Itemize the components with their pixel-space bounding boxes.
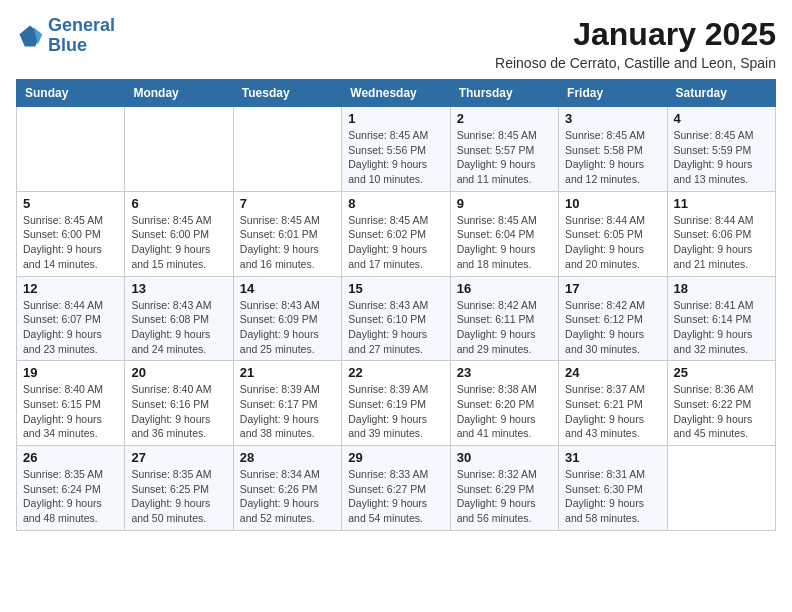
weekday-header-wednesday: Wednesday (342, 80, 450, 107)
day-number: 11 (674, 196, 769, 211)
weekday-header-row: SundayMondayTuesdayWednesdayThursdayFrid… (17, 80, 776, 107)
day-info: Sunrise: 8:38 AM Sunset: 6:20 PM Dayligh… (457, 382, 552, 441)
day-info: Sunrise: 8:37 AM Sunset: 6:21 PM Dayligh… (565, 382, 660, 441)
calendar-cell: 9Sunrise: 8:45 AM Sunset: 6:04 PM Daylig… (450, 191, 558, 276)
calendar-subtitle: Reinoso de Cerrato, Castille and Leon, S… (495, 55, 776, 71)
day-number: 29 (348, 450, 443, 465)
day-info: Sunrise: 8:34 AM Sunset: 6:26 PM Dayligh… (240, 467, 335, 526)
day-number: 6 (131, 196, 226, 211)
day-info: Sunrise: 8:44 AM Sunset: 6:05 PM Dayligh… (565, 213, 660, 272)
weekday-header-monday: Monday (125, 80, 233, 107)
day-info: Sunrise: 8:45 AM Sunset: 5:58 PM Dayligh… (565, 128, 660, 187)
day-number: 4 (674, 111, 769, 126)
day-number: 7 (240, 196, 335, 211)
calendar-cell: 31Sunrise: 8:31 AM Sunset: 6:30 PM Dayli… (559, 446, 667, 531)
day-number: 18 (674, 281, 769, 296)
calendar-cell: 4Sunrise: 8:45 AM Sunset: 5:59 PM Daylig… (667, 107, 775, 192)
calendar-cell: 26Sunrise: 8:35 AM Sunset: 6:24 PM Dayli… (17, 446, 125, 531)
calendar-cell: 25Sunrise: 8:36 AM Sunset: 6:22 PM Dayli… (667, 361, 775, 446)
calendar-cell: 20Sunrise: 8:40 AM Sunset: 6:16 PM Dayli… (125, 361, 233, 446)
calendar-title: January 2025 (495, 16, 776, 53)
logo-icon (16, 22, 44, 50)
weekday-header-thursday: Thursday (450, 80, 558, 107)
calendar-cell: 3Sunrise: 8:45 AM Sunset: 5:58 PM Daylig… (559, 107, 667, 192)
calendar-cell: 2Sunrise: 8:45 AM Sunset: 5:57 PM Daylig… (450, 107, 558, 192)
calendar-cell: 19Sunrise: 8:40 AM Sunset: 6:15 PM Dayli… (17, 361, 125, 446)
day-info: Sunrise: 8:45 AM Sunset: 6:02 PM Dayligh… (348, 213, 443, 272)
day-number: 5 (23, 196, 118, 211)
day-number: 21 (240, 365, 335, 380)
calendar-cell (233, 107, 341, 192)
day-number: 3 (565, 111, 660, 126)
day-info: Sunrise: 8:45 AM Sunset: 6:00 PM Dayligh… (131, 213, 226, 272)
calendar-cell: 13Sunrise: 8:43 AM Sunset: 6:08 PM Dayli… (125, 276, 233, 361)
calendar-week-2: 5Sunrise: 8:45 AM Sunset: 6:00 PM Daylig… (17, 191, 776, 276)
day-number: 12 (23, 281, 118, 296)
calendar-cell: 7Sunrise: 8:45 AM Sunset: 6:01 PM Daylig… (233, 191, 341, 276)
calendar-week-4: 19Sunrise: 8:40 AM Sunset: 6:15 PM Dayli… (17, 361, 776, 446)
day-info: Sunrise: 8:31 AM Sunset: 6:30 PM Dayligh… (565, 467, 660, 526)
calendar-cell: 29Sunrise: 8:33 AM Sunset: 6:27 PM Dayli… (342, 446, 450, 531)
calendar-cell (125, 107, 233, 192)
calendar-week-5: 26Sunrise: 8:35 AM Sunset: 6:24 PM Dayli… (17, 446, 776, 531)
calendar-cell: 21Sunrise: 8:39 AM Sunset: 6:17 PM Dayli… (233, 361, 341, 446)
day-number: 22 (348, 365, 443, 380)
page-header: General Blue January 2025 Reinoso de Cer… (16, 16, 776, 71)
day-info: Sunrise: 8:44 AM Sunset: 6:07 PM Dayligh… (23, 298, 118, 357)
day-number: 16 (457, 281, 552, 296)
weekday-header-friday: Friday (559, 80, 667, 107)
calendar-cell: 10Sunrise: 8:44 AM Sunset: 6:05 PM Dayli… (559, 191, 667, 276)
calendar-cell (17, 107, 125, 192)
day-number: 27 (131, 450, 226, 465)
day-info: Sunrise: 8:45 AM Sunset: 6:04 PM Dayligh… (457, 213, 552, 272)
day-number: 15 (348, 281, 443, 296)
day-number: 1 (348, 111, 443, 126)
calendar-table: SundayMondayTuesdayWednesdayThursdayFrid… (16, 79, 776, 531)
day-info: Sunrise: 8:40 AM Sunset: 6:16 PM Dayligh… (131, 382, 226, 441)
calendar-cell: 18Sunrise: 8:41 AM Sunset: 6:14 PM Dayli… (667, 276, 775, 361)
title-area: January 2025 Reinoso de Cerrato, Castill… (495, 16, 776, 71)
day-number: 23 (457, 365, 552, 380)
day-info: Sunrise: 8:42 AM Sunset: 6:12 PM Dayligh… (565, 298, 660, 357)
day-number: 28 (240, 450, 335, 465)
logo-text: General Blue (48, 16, 115, 56)
day-info: Sunrise: 8:35 AM Sunset: 6:24 PM Dayligh… (23, 467, 118, 526)
calendar-cell: 24Sunrise: 8:37 AM Sunset: 6:21 PM Dayli… (559, 361, 667, 446)
day-info: Sunrise: 8:44 AM Sunset: 6:06 PM Dayligh… (674, 213, 769, 272)
day-info: Sunrise: 8:39 AM Sunset: 6:19 PM Dayligh… (348, 382, 443, 441)
calendar-cell: 1Sunrise: 8:45 AM Sunset: 5:56 PM Daylig… (342, 107, 450, 192)
day-number: 24 (565, 365, 660, 380)
calendar-body: 1Sunrise: 8:45 AM Sunset: 5:56 PM Daylig… (17, 107, 776, 531)
day-number: 13 (131, 281, 226, 296)
calendar-cell: 30Sunrise: 8:32 AM Sunset: 6:29 PM Dayli… (450, 446, 558, 531)
day-info: Sunrise: 8:45 AM Sunset: 5:56 PM Dayligh… (348, 128, 443, 187)
calendar-week-3: 12Sunrise: 8:44 AM Sunset: 6:07 PM Dayli… (17, 276, 776, 361)
day-number: 17 (565, 281, 660, 296)
calendar-cell: 23Sunrise: 8:38 AM Sunset: 6:20 PM Dayli… (450, 361, 558, 446)
day-info: Sunrise: 8:43 AM Sunset: 6:10 PM Dayligh… (348, 298, 443, 357)
day-info: Sunrise: 8:39 AM Sunset: 6:17 PM Dayligh… (240, 382, 335, 441)
day-number: 30 (457, 450, 552, 465)
day-number: 8 (348, 196, 443, 211)
day-info: Sunrise: 8:45 AM Sunset: 5:57 PM Dayligh… (457, 128, 552, 187)
calendar-week-1: 1Sunrise: 8:45 AM Sunset: 5:56 PM Daylig… (17, 107, 776, 192)
day-number: 19 (23, 365, 118, 380)
calendar-cell: 17Sunrise: 8:42 AM Sunset: 6:12 PM Dayli… (559, 276, 667, 361)
day-info: Sunrise: 8:45 AM Sunset: 5:59 PM Dayligh… (674, 128, 769, 187)
day-info: Sunrise: 8:43 AM Sunset: 6:09 PM Dayligh… (240, 298, 335, 357)
day-info: Sunrise: 8:45 AM Sunset: 6:01 PM Dayligh… (240, 213, 335, 272)
calendar-cell: 14Sunrise: 8:43 AM Sunset: 6:09 PM Dayli… (233, 276, 341, 361)
weekday-header-tuesday: Tuesday (233, 80, 341, 107)
logo: General Blue (16, 16, 115, 56)
day-number: 2 (457, 111, 552, 126)
calendar-cell: 28Sunrise: 8:34 AM Sunset: 6:26 PM Dayli… (233, 446, 341, 531)
day-info: Sunrise: 8:42 AM Sunset: 6:11 PM Dayligh… (457, 298, 552, 357)
day-info: Sunrise: 8:45 AM Sunset: 6:00 PM Dayligh… (23, 213, 118, 272)
day-number: 10 (565, 196, 660, 211)
calendar-cell: 27Sunrise: 8:35 AM Sunset: 6:25 PM Dayli… (125, 446, 233, 531)
calendar-cell: 22Sunrise: 8:39 AM Sunset: 6:19 PM Dayli… (342, 361, 450, 446)
day-info: Sunrise: 8:40 AM Sunset: 6:15 PM Dayligh… (23, 382, 118, 441)
day-number: 31 (565, 450, 660, 465)
calendar-cell: 6Sunrise: 8:45 AM Sunset: 6:00 PM Daylig… (125, 191, 233, 276)
weekday-header-sunday: Sunday (17, 80, 125, 107)
